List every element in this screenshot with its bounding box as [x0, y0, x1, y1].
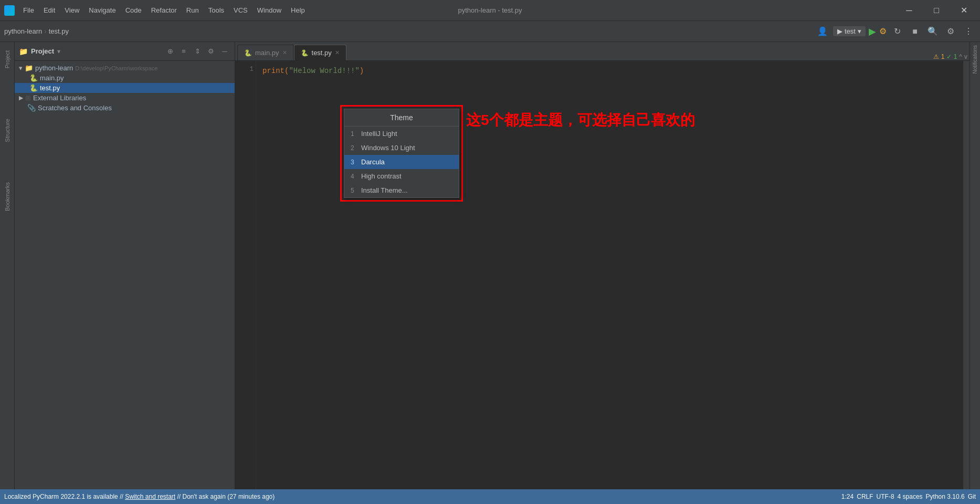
theme-name-high-contrast: High contrast: [361, 172, 402, 180]
warnings-icon: ⚠ 1: [933, 53, 944, 60]
tab-label-main: main.py: [255, 49, 279, 57]
collapse-icon[interactable]: ≡: [178, 46, 189, 57]
theme-item-darcula[interactable]: 3 Darcula: [344, 155, 459, 169]
file-main-py: main.py: [40, 74, 64, 82]
menu-run[interactable]: Run: [182, 4, 203, 16]
close-button[interactable]: ✕: [952, 3, 976, 18]
theme-name-darcula: Darcula: [361, 158, 385, 166]
interpreter-indicator[interactable]: Python 3.10.6: [926, 493, 965, 500]
project-panel: 📁 Project ▾ ⊕ ≡ ⇕ ⚙ ─ ▾ 📁 python-learn D…: [15, 42, 235, 504]
scratches-icon: 📎: [27, 104, 36, 112]
tab-py-icon-main: 🐍: [244, 49, 252, 57]
menu-vcs[interactable]: VCS: [229, 4, 252, 16]
theme-item-high-contrast[interactable]: 4 High contrast: [344, 169, 459, 183]
second-toolbar: python-learn › test.py 👤 ▶ test ▾ ▶ ⚙ ↻ …: [0, 21, 980, 42]
encoding-indicator[interactable]: UTF-8: [877, 493, 894, 500]
file-name[interactable]: test.py: [49, 27, 69, 35]
theme-item-win10-light[interactable]: 2 Windows 10 Light: [344, 141, 459, 155]
file-test-py: test.py: [40, 84, 60, 92]
keyword-print: print: [262, 67, 284, 75]
tree-item-external-libs[interactable]: ▶ ⊞ External Libraries: [15, 93, 235, 103]
menu-edit[interactable]: Edit: [39, 4, 59, 16]
right-mini-sidebar: Notifications: [970, 42, 980, 504]
menu-file[interactable]: File: [19, 4, 38, 16]
menu-navigate[interactable]: Navigate: [85, 4, 120, 16]
close-icon[interactable]: ─: [219, 46, 230, 57]
menu-code[interactable]: Code: [121, 4, 146, 16]
tab-chevron-up[interactable]: ^: [959, 53, 962, 60]
reload-icon[interactable]: ↻: [890, 24, 904, 39]
breadcrumb-separator: ›: [44, 27, 46, 35]
tab-bar: 🐍 main.py ✕ 🐍 test.py ✕ ⚠ 1 ✓ 1 ^ v: [235, 42, 970, 61]
theme-name-win10-light: Windows 10 Light: [361, 144, 415, 152]
theme-name-install-theme: Install Theme...: [361, 186, 408, 194]
theme-item-install-theme[interactable]: 5 Install Theme...: [344, 183, 459, 197]
run-icon: ▶: [837, 27, 842, 35]
expand-icon[interactable]: ⇕: [192, 46, 203, 57]
line-sep-indicator[interactable]: CRLF: [857, 493, 873, 500]
notifications-label[interactable]: Notifications: [971, 42, 979, 77]
switch-restart-link[interactable]: Switch and restart: [125, 493, 175, 500]
locate-icon[interactable]: ⊕: [164, 46, 176, 57]
tab-py-icon-test: 🐍: [301, 49, 309, 57]
tab-test-py[interactable]: 🐍 test.py ✕: [294, 45, 346, 60]
tab-label-test: test.py: [312, 49, 332, 57]
left-sidebar: Project Structure Bookmarks: [0, 42, 15, 504]
tree-item-test-py[interactable]: 🐍 test.py: [15, 83, 235, 93]
settings-icon[interactable]: ⚙: [205, 46, 217, 57]
window-controls: ─ □ ✕: [897, 3, 976, 18]
toolbar-actions: 👤 ▶ test ▾ ▶ ⚙ ↻ ■ 🔍 ⚙ ⋮: [815, 24, 976, 39]
sidebar-label-project[interactable]: Project: [3, 46, 12, 72]
position-indicator[interactable]: 1:24: [841, 493, 853, 500]
tree-root[interactable]: ▾ 📁 python-learn D:\develop\PyCharm\work…: [15, 63, 235, 73]
code-line-1: print("Helow World!!!"): [262, 65, 957, 77]
settings-button[interactable]: ⚙: [943, 24, 958, 39]
string-literal: "Helow World!!!": [289, 67, 359, 75]
menu-view[interactable]: View: [60, 4, 83, 16]
tree-item-scratches[interactable]: 📎 Scratches and Consoles: [15, 103, 235, 113]
run-config-name: test: [845, 27, 856, 35]
panel-title: Project: [31, 47, 54, 55]
tab-close-main[interactable]: ✕: [282, 49, 287, 56]
paren-close: ): [360, 67, 364, 75]
theme-num-4: 4: [351, 173, 357, 180]
app-logo: [4, 5, 15, 16]
editor-area: 🐍 main.py ✕ 🐍 test.py ✕ ⚠ 1 ✓ 1 ^ v 1 pr…: [235, 42, 970, 504]
more-button[interactable]: ⋮: [961, 24, 976, 39]
tab-close-test[interactable]: ✕: [335, 49, 340, 56]
theme-num-1: 1: [351, 130, 357, 138]
sidebar-label-bookmarks[interactable]: Bookmarks: [3, 178, 12, 215]
menu-refactor[interactable]: Refactor: [147, 4, 181, 16]
scrollbar[interactable]: [963, 61, 970, 504]
root-folder-icon: 📁: [25, 64, 33, 72]
maximize-button[interactable]: □: [924, 3, 949, 18]
run-config-selector[interactable]: ▶ test ▾: [833, 26, 866, 36]
panel-header: 📁 Project ▾ ⊕ ≡ ⇕ ⚙ ─: [15, 42, 235, 61]
debug-button[interactable]: ⚙: [879, 26, 887, 36]
status-bar: Localized PyCharm 2022.2.1 is available …: [0, 489, 980, 504]
tab-chevron-down[interactable]: v: [964, 53, 967, 60]
menu-help[interactable]: Help: [287, 4, 309, 16]
menu-window[interactable]: Window: [253, 4, 286, 16]
window-title: python-learn - test.py: [458, 6, 522, 14]
git-indicator[interactable]: Git: [968, 493, 976, 500]
theme-dropdown-container: Theme 1 IntelliJ Light 2 Windows 10 Ligh…: [340, 105, 463, 202]
account-icon[interactable]: 👤: [815, 24, 830, 39]
file-tree: ▾ 📁 python-learn D:\develop\PyCharm\work…: [15, 61, 235, 504]
run-button[interactable]: ▶: [869, 26, 876, 37]
tab-main-py[interactable]: 🐍 main.py ✕: [237, 45, 294, 60]
search-button[interactable]: 🔍: [925, 24, 940, 39]
stop-icon[interactable]: ■: [908, 24, 922, 39]
root-path: D:\develop\PyCharm\workspace: [75, 65, 157, 71]
minimize-button[interactable]: ─: [897, 3, 921, 18]
title-bar: File Edit View Navigate Code Refactor Ru…: [0, 0, 980, 21]
indent-indicator[interactable]: 4 spaces: [898, 493, 923, 500]
line-numbers: 1: [235, 61, 256, 504]
tree-item-main-py[interactable]: 🐍 main.py: [15, 73, 235, 83]
menu-tools[interactable]: Tools: [204, 4, 228, 16]
theme-dropdown: Theme 1 IntelliJ Light 2 Windows 10 Ligh…: [344, 109, 459, 198]
project-name[interactable]: python-learn: [4, 27, 42, 35]
tab-bar-extra: ⚠ 1 ✓ 1 ^ v: [933, 53, 967, 60]
theme-item-intellij-light[interactable]: 1 IntelliJ Light: [344, 127, 459, 141]
sidebar-label-structure[interactable]: Structure: [3, 114, 12, 146]
